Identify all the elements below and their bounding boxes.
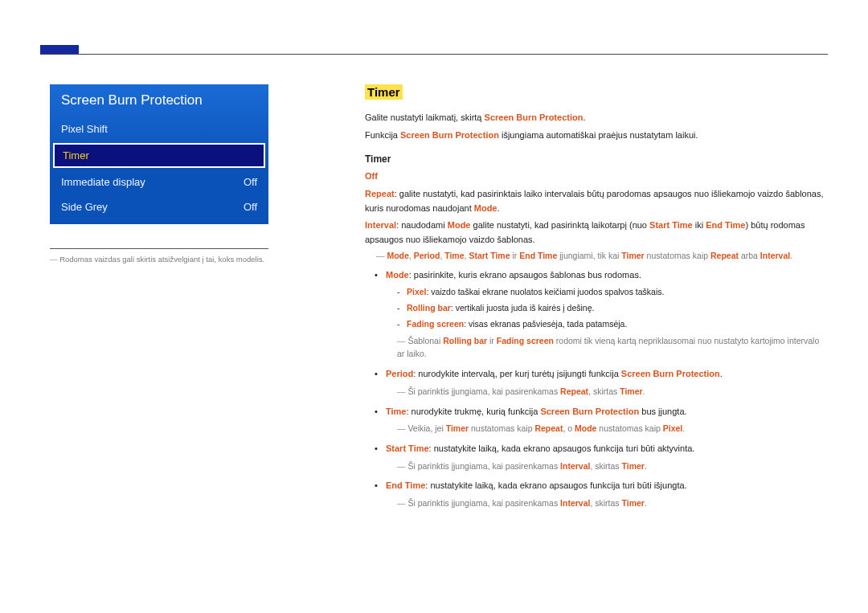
note-rolling-fading: Šablonai Rolling bar ir Fading screen ro… [397,334,828,362]
left-footnote: Rodomas vaizdas gali skirtis atsižvelgia… [50,254,268,264]
interval-paragraph: Interval: naudodami Mode galite nustatyt… [365,219,828,247]
menu-item-side-grey[interactable]: Side Grey Off [50,194,268,219]
bullet-period: Period: nurodykite intervalą, per kurį t… [386,367,828,398]
note-end-time: Ši parinktis įjungiama, kai pasirenkamas… [397,497,828,510]
note-period: Ši parinktis įjungiama, kai pasirenkamas… [397,385,828,398]
menu-item-label: Side Grey [61,201,108,213]
top-horizontal-rule [40,54,828,55]
menu-title: Screen Burn Protection [50,84,268,116]
menu-item-label: Timer [63,149,89,161]
screen-burn-menu: Screen Burn Protection Pixel Shift Timer… [50,84,268,224]
intro-line-1: Galite nustatyti laikmatį, skirtą Screen… [365,111,828,125]
subsection-title: Timer [365,153,828,165]
note-start-time: Ši parinktis įjungiama, kai pasirenkamas… [397,460,828,473]
menu-item-label: Pixel Shift [61,123,108,135]
bullet-time: Time: nurodykite trukmę, kurią funkcija … [386,405,828,435]
left-column: Screen Burn Protection Pixel Shift Timer… [50,84,268,517]
menu-item-value: Off [244,201,257,213]
menu-item-pixel-shift[interactable]: Pixel Shift [50,116,268,141]
off-heading: Off [365,171,828,181]
bullet-start-time: Start Time: nustatykite laiką, kada ekra… [386,442,828,472]
menu-item-immediate-display[interactable]: Immediate display Off [50,170,268,194]
content-column: Timer Galite nustatyti laikmatį, skirtą … [365,84,828,517]
menu-item-timer[interactable]: Timer [53,143,265,168]
bullet-mode: Mode: pasirinkite, kuris ekrano apsaugos… [386,268,828,362]
repeat-paragraph: Repeat: galite nustatyti, kad pasirinkta… [365,187,828,215]
menu-item-label: Immediate display [61,176,145,188]
dash-pixel: Pixel: vaizdo taškai ekrane nuolatos kei… [407,285,828,299]
note-mode-period: Mode, Period, Time, Start Time ir End Ti… [376,251,828,260]
note-time: Veikia, jei Timer nustatomas kaip Repeat… [397,422,828,435]
dash-fading-screen: Fading screen: visas ekranas pašviesėja,… [407,317,828,331]
dash-rolling-bar: Rolling bar: vertikali juosta juda iš ka… [407,301,828,315]
intro-line-2: Funkcija Screen Burn Protection išjungia… [365,129,828,143]
section-title: Timer [365,84,403,100]
bullet-end-time: End Time: nustatykite laiką, kada ekrano… [386,479,828,509]
left-note-divider [50,248,268,249]
menu-item-value: Off [244,176,257,188]
